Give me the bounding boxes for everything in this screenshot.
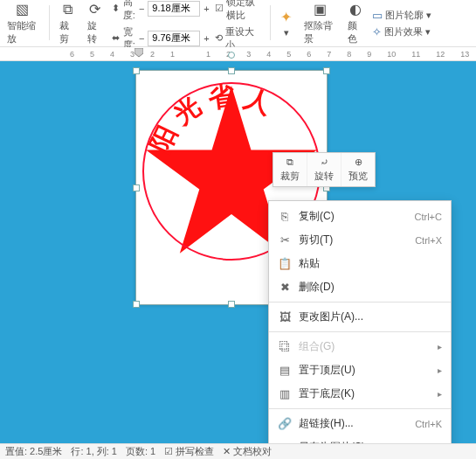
crop-button[interactable]: ⧉ 裁剪 (56, 2, 79, 45)
copy-icon: ⎘ (278, 210, 292, 223)
submenu-icon: ▸ (438, 365, 442, 375)
remove-bg-button[interactable]: ▣ 抠除背景 (300, 2, 339, 45)
crop-icon: ⧉ (63, 2, 72, 17)
menu-group: ⿻ 组合(G) ▸ (269, 335, 451, 358)
resize-handle-bl[interactable] (133, 301, 140, 308)
status-pages: 页数: 1 (126, 445, 155, 458)
ruler: 6543211234567891011121314161820222426283… (0, 47, 476, 61)
checkbox-checked-icon: ☑ (215, 3, 224, 14)
gallery-button[interactable]: ✦ ▾ (277, 2, 295, 45)
right-tools: ▭图片轮廓▾ ✧图片效果▾ (372, 2, 473, 45)
delete-icon: ✖ (278, 281, 292, 294)
plus-icon[interactable]: + (204, 33, 209, 44)
paste-icon: 📋 (278, 257, 292, 270)
menu-delete[interactable]: ✖ 删除(D) (269, 275, 451, 299)
svg-marker-0 (135, 48, 143, 57)
menu-separator (269, 408, 451, 409)
canvas-area[interactable]: 阳 光 省 人 ⧉ 裁剪 ⤾ 旋转 (0, 61, 476, 446)
resize-handle-b[interactable] (228, 301, 235, 308)
smart-zoom-button[interactable]: ▧ 智能缩放 (3, 2, 42, 45)
submenu-icon: ▸ (438, 342, 442, 351)
resize-handle-l[interactable] (133, 184, 140, 191)
outline-icon: ▭ (372, 9, 383, 22)
menu-send-back[interactable]: ▥ 置于底层(K) ▸ (269, 382, 451, 406)
toolbar: ▧ 智能缩放 ⧉ 裁剪 ⟳ 旋转 ⬍ 高度: − + ⬌ 宽度: − + ☑ 锁… (0, 0, 476, 47)
indent-marker[interactable] (135, 48, 143, 62)
smart-zoom-icon: ▧ (16, 1, 29, 17)
doc-compare-icon: ✕ (223, 446, 231, 457)
width-input[interactable] (148, 31, 200, 46)
ratio-group: ☑ 锁定纵横比 ⟲ 重设大小 (215, 2, 263, 45)
status-doc-compare[interactable]: ✕文档校对 (223, 445, 272, 458)
float-toolbar: ⧉ 裁剪 ⤾ 旋转 ⊕ 预览 (272, 152, 376, 187)
menu-change-pic[interactable]: 🖼 更改图片(A)... (269, 305, 451, 329)
outline-button[interactable]: ▭图片轮廓▾ (372, 9, 431, 22)
effect-icon: ✧ (372, 25, 382, 38)
crop-icon: ⧉ (286, 156, 293, 168)
spellcheck-icon: ☑ (164, 446, 173, 457)
remove-bg-icon: ▣ (314, 1, 327, 17)
height-label: 高度: (123, 0, 135, 22)
group-icon: ⿻ (278, 340, 292, 353)
menu-paste[interactable]: 📋 粘贴 (269, 252, 451, 275)
menu-separator (269, 331, 451, 332)
divider (270, 5, 271, 40)
minus-icon[interactable]: − (139, 33, 144, 44)
divider (49, 5, 50, 40)
bring-front-icon: ▤ (278, 364, 292, 377)
send-back-icon: ▥ (278, 387, 292, 400)
rotate-handle[interactable] (228, 52, 235, 59)
context-menu: ⎘ 复制(C) Ctrl+C ✂ 剪切(T) Ctrl+X 📋 粘贴 ✖ 删除(… (268, 200, 452, 459)
menu-copy[interactable]: ⎘ 复制(C) Ctrl+C (269, 205, 451, 228)
effect-button[interactable]: ✧图片效果▾ (372, 25, 431, 38)
width-icon: ⬌ (112, 32, 120, 44)
resize-handle-tr[interactable] (323, 67, 330, 74)
status-position: 置值: 2.5厘米 (5, 445, 62, 458)
height-input[interactable] (148, 1, 200, 17)
lock-ratio-checkbox[interactable]: ☑ 锁定纵横比 (215, 0, 263, 22)
cut-icon: ✂ (278, 233, 292, 247)
menu-separator (269, 302, 451, 303)
float-preview-button[interactable]: ⊕ 预览 (341, 153, 375, 186)
color-icon: ◐ (349, 1, 362, 17)
hyperlink-icon: 🔗 (278, 417, 292, 430)
menu-cut[interactable]: ✂ 剪切(T) Ctrl+X (269, 228, 451, 252)
height-icon: ⬍ (112, 3, 120, 14)
status-spellcheck[interactable]: ☑拼写检查 (164, 445, 214, 458)
float-rotate-button[interactable]: ⤾ 旋转 (307, 153, 341, 186)
status-line-col: 行: 1, 列: 1 (71, 445, 117, 458)
reset-icon: ⟲ (215, 32, 223, 44)
submenu-icon: ▸ (438, 389, 442, 399)
dimensions-group: ⬍ 高度: − + ⬌ 宽度: − + (112, 2, 210, 45)
float-crop-button[interactable]: ⧉ 裁剪 (273, 153, 307, 186)
status-bar: 置值: 2.5厘米 行: 1, 列: 1 页数: 1 ☑拼写检查 ✕文档校对 (0, 443, 476, 459)
gallery-icon: ✦ (280, 9, 292, 25)
resize-handle-t[interactable] (228, 67, 235, 74)
menu-bring-front[interactable]: ▤ 置于顶层(U) ▸ (269, 358, 451, 382)
resize-handle-tl[interactable] (133, 67, 140, 74)
color-button[interactable]: ◐ 颜色 (344, 2, 367, 45)
rotate-icon: ⤾ (321, 156, 328, 168)
minus-icon[interactable]: − (139, 3, 144, 14)
plus-icon[interactable]: + (204, 3, 209, 14)
menu-hyperlink[interactable]: 🔗 超链接(H)... Ctrl+K (269, 412, 451, 435)
zoom-icon: ⊕ (355, 156, 362, 168)
change-pic-icon: 🖼 (278, 310, 292, 323)
rotate-icon: ⟳ (89, 1, 100, 17)
rotate-button[interactable]: ⟳ 旋转 (84, 2, 107, 45)
